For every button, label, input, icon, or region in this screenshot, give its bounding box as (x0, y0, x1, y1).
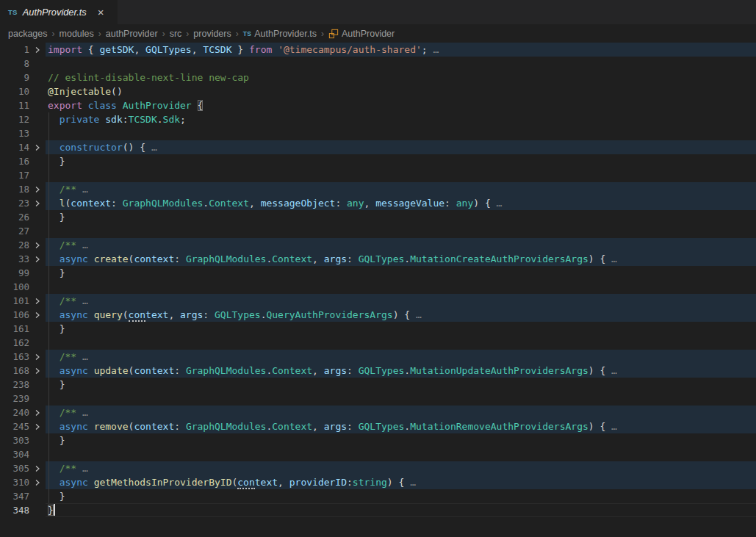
code-line-163[interactable]: 163 /** … (0, 350, 756, 364)
code-content[interactable]: async getMethodsInProviderByID(context, … (46, 475, 756, 489)
fold-chevron-icon[interactable] (29, 43, 46, 57)
code-content[interactable] (46, 280, 756, 294)
code-line-9[interactable]: 9// eslint-disable-next-line new-cap (0, 71, 756, 84)
breadcrumb-item-packages[interactable]: packages (8, 29, 48, 39)
code-line-240[interactable]: 240 /** … (0, 406, 756, 419)
code-content[interactable] (46, 392, 756, 406)
fold-chevron-icon[interactable] (29, 308, 46, 322)
code-content[interactable]: /** … (46, 238, 756, 252)
code-content[interactable]: /** … (46, 406, 756, 419)
code-content[interactable]: async remove(context: GraphQLModules.Con… (46, 419, 756, 433)
code-line-23[interactable]: 23 l(context: GraphQLModules.Context, me… (0, 196, 756, 210)
breadcrumb-item-providers[interactable]: providers (193, 29, 231, 39)
breadcrumb-item-authprovider[interactable]: authProvider (106, 29, 158, 39)
code-line-8[interactable]: 8 (0, 57, 756, 71)
fold-chevron-icon[interactable] (29, 350, 46, 364)
code-line-11[interactable]: 11export class AuthProvider { (0, 98, 756, 112)
code-line-18[interactable]: 18 /** … (0, 182, 756, 196)
code-token: ; (422, 44, 428, 55)
code-line-347[interactable]: 347 } (0, 489, 756, 503)
close-icon[interactable]: × (98, 7, 104, 18)
code-content[interactable]: } (46, 322, 756, 336)
code-content[interactable] (46, 447, 756, 461)
fold-chevron-icon[interactable] (29, 461, 46, 475)
tab-authprovider-ts[interactable]: TS AuthProvider.ts × (0, 0, 118, 24)
code-line-303[interactable]: 303 } (0, 433, 756, 447)
code-line-10[interactable]: 10@Injectable() (0, 84, 756, 98)
code-line-13[interactable]: 13 (0, 126, 756, 140)
fold-chevron-icon[interactable] (29, 196, 46, 210)
code-content[interactable] (46, 168, 756, 182)
fold-chevron-icon[interactable] (29, 140, 46, 154)
code-line-14[interactable]: 14 constructor() { … (0, 140, 756, 154)
fold-chevron-icon[interactable] (29, 419, 46, 433)
code-line-168[interactable]: 168 async update(context: GraphQLModules… (0, 364, 756, 378)
code-content[interactable]: export class AuthProvider { (46, 98, 756, 112)
code-token: } (48, 435, 65, 446)
code-content[interactable] (46, 224, 756, 238)
code-content[interactable]: /** … (46, 294, 756, 308)
fold-chevron-icon[interactable] (29, 406, 46, 419)
code-line-238[interactable]: 238 } (0, 378, 756, 392)
code-content[interactable]: } (46, 489, 756, 503)
code-line-305[interactable]: 305 /** … (0, 461, 756, 475)
breadcrumb-item-modules[interactable]: modules (60, 29, 94, 39)
fold-chevron-icon[interactable] (29, 182, 46, 196)
code-token: args (324, 421, 347, 432)
code-line-100[interactable]: 100 (0, 280, 756, 294)
breadcrumb-item-authprovider-ts[interactable]: TSAuthProvider.ts (243, 29, 317, 39)
fold-chevron-icon[interactable] (29, 294, 46, 308)
code-line-12[interactable]: 12 private sdk:TCSDK.Sdk; (0, 112, 756, 126)
code-content[interactable] (46, 57, 756, 71)
code-content[interactable] (46, 126, 756, 140)
code-line-161[interactable]: 161 } (0, 322, 756, 336)
code-content[interactable] (46, 336, 756, 350)
breadcrumb-item-authprovider[interactable]: AuthProvider (328, 29, 395, 39)
breadcrumb-item-src[interactable]: src (170, 29, 182, 39)
code-content[interactable]: constructor() { … (46, 140, 756, 154)
code-line-245[interactable]: 245 async remove(context: GraphQLModules… (0, 419, 756, 433)
code-line-27[interactable]: 27 (0, 224, 756, 238)
code-content[interactable]: async create(context: GraphQLModules.Con… (46, 252, 756, 266)
code-token: con (129, 309, 145, 322)
code-content[interactable]: /** … (46, 350, 756, 364)
code-content[interactable]: async query(context, args: GQLTypes.Quer… (46, 308, 756, 322)
code-content[interactable]: } (46, 378, 756, 392)
code-line-17[interactable]: 17 (0, 168, 756, 182)
code-line-16[interactable]: 16 } (0, 154, 756, 168)
code-content[interactable]: /** … (46, 461, 756, 475)
line-number: 162 (0, 336, 29, 350)
code-content[interactable]: } (46, 210, 756, 224)
code-line-101[interactable]: 101 /** … (0, 294, 756, 308)
code-line-348[interactable]: 348} (0, 503, 756, 517)
code-content[interactable]: } (46, 266, 756, 280)
fold-chevron-icon[interactable] (29, 238, 46, 252)
code-content[interactable]: } (46, 503, 756, 517)
code-line-26[interactable]: 26 } (0, 210, 756, 224)
code-content[interactable]: @Injectable() (46, 84, 756, 98)
fold-chevron-icon[interactable] (29, 364, 46, 378)
code-token: any (456, 198, 473, 209)
code-line-239[interactable]: 239 (0, 392, 756, 406)
code-content[interactable]: l(context: GraphQLModules.Context, messa… (46, 196, 756, 210)
code-token: : (335, 198, 347, 209)
code-line-33[interactable]: 33 async create(context: GraphQLModules.… (0, 252, 756, 266)
code-line-28[interactable]: 28 /** … (0, 238, 756, 252)
code-line-99[interactable]: 99 } (0, 266, 756, 280)
code-token: import (48, 44, 88, 55)
code-token: } (48, 505, 54, 516)
fold-chevron-icon[interactable] (29, 475, 46, 489)
code-line-106[interactable]: 106 async query(context, args: GQLTypes.… (0, 308, 756, 322)
fold-chevron-icon[interactable] (29, 252, 46, 266)
code-content[interactable]: } (46, 154, 756, 168)
code-line-1[interactable]: 1import { getSDK, GQLTypes, TCSDK } from… (0, 43, 756, 57)
code-content[interactable]: // eslint-disable-next-line new-cap (46, 71, 756, 84)
code-content[interactable]: } (46, 433, 756, 447)
code-line-304[interactable]: 304 (0, 447, 756, 461)
code-content[interactable]: async update(context: GraphQLModules.Con… (46, 364, 756, 378)
code-line-162[interactable]: 162 (0, 336, 756, 350)
code-content[interactable]: import { getSDK, GQLTypes, TCSDK } from … (46, 43, 756, 57)
code-content[interactable]: /** … (46, 182, 756, 196)
code-content[interactable]: private sdk:TCSDK.Sdk; (46, 112, 756, 126)
code-line-310[interactable]: 310 async getMethodsInProviderByID(conte… (0, 475, 756, 489)
